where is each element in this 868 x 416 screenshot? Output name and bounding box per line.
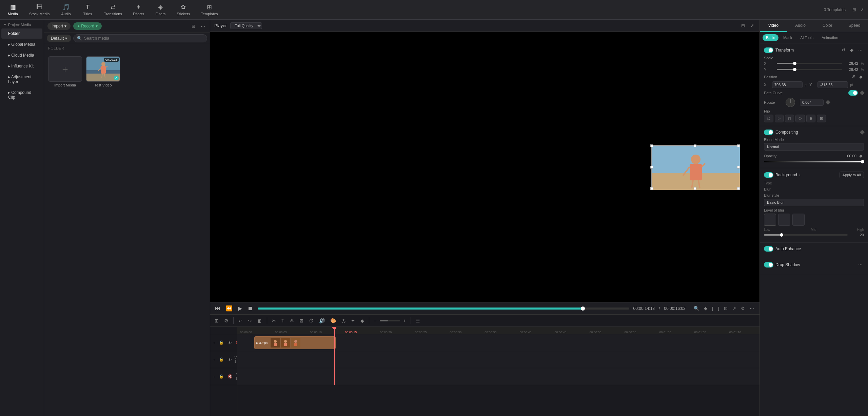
skip-back-btn[interactable]: ⏮ [214,305,221,312]
sidebar-item-adjustment-layer[interactable]: ▸ Adjustment Layer [1,72,42,87]
toolbar-stickers[interactable]: ✿ Stickers [172,1,195,18]
transform-toggle[interactable] [764,47,773,53]
selection-handle-bottom[interactable] [694,187,696,190]
toolbar-stock-media[interactable]: 🎞 Stock Media [24,2,55,18]
frame-back-btn[interactable]: ⏪ [225,305,233,312]
rotate-input[interactable] [800,99,824,106]
flip-minus-btn[interactable]: ⊖ [806,115,815,122]
selection-handle-right[interactable] [737,166,740,169]
add-track-btn[interactable]: ⊞ [213,317,220,324]
pos-y-input[interactable] [817,81,848,88]
toolbar-audio[interactable]: 🎵 Audio [56,1,76,18]
project-media-title[interactable]: ▾ Project Media [0,20,44,28]
blur-preview-3[interactable] [792,214,805,226]
more-btn[interactable]: ⋯ [199,23,206,29]
drop-shadow-toggle[interactable] [764,262,773,268]
import-btn[interactable]: Import ▾ [47,22,71,30]
opacity-keyframe-btn[interactable]: ◆ [858,153,864,159]
selection-handle-tl[interactable] [650,144,653,147]
toolbar-effects[interactable]: ✦ Effects [128,1,149,18]
flip-h-btn[interactable]: ⬠ [764,115,773,122]
zoom-in-btn[interactable]: 🔍 [692,305,701,312]
sub-tab-basic[interactable]: Basic [763,34,778,41]
toolbar-filters[interactable]: ◈ Filters [150,1,171,18]
color-btn[interactable]: 🎨 [329,317,338,324]
playhead[interactable] [334,327,335,334]
stop-btn[interactable]: ⏹ [247,305,254,312]
flip-rect-btn[interactable]: ◻ [785,115,794,122]
flip-hex-btn[interactable]: ⬠ [795,115,805,122]
speed-btn[interactable]: ⏱ [307,317,315,324]
video2-eye-btn[interactable]: 👁 [226,340,233,345]
split-btn[interactable]: ✂ [270,317,278,324]
blur-preview-2[interactable] [778,214,790,226]
rotate-dial[interactable] [786,98,795,107]
scale-x-slider[interactable] [777,63,842,64]
freeze-btn[interactable]: ❄ [288,317,296,324]
player-fullscreen-btn[interactable]: ⤢ [749,22,755,29]
ai-btn[interactable]: ✦ [349,317,357,324]
keyframe-btn[interactable]: ◆ [359,317,366,324]
audio1-add-btn[interactable]: + [212,374,216,379]
audio1-mute-btn[interactable]: 🔇 [226,374,234,379]
position-reset-btn[interactable]: ↺ [850,74,856,80]
sub-tab-animation[interactable]: Animation [818,34,842,41]
extract-btn[interactable]: ⊡ [723,305,729,312]
crop-btn[interactable]: ⊠ [298,317,305,324]
toolbar-media[interactable]: ▦ Media [3,1,23,18]
quality-select[interactable]: Full Quality [230,22,262,29]
more-player-btn[interactable]: ⋯ [748,305,755,312]
snap-btn[interactable]: ◆ [703,305,709,312]
stabilize-btn[interactable]: ◎ [340,317,347,324]
mark-in-btn[interactable]: [ [711,305,715,312]
default-view-btn[interactable]: Default ▾ [47,35,71,42]
drop-shadow-expand-btn[interactable]: ⋯ [857,261,864,268]
auto-enhance-toggle[interactable] [764,246,773,252]
video1-lock-btn[interactable]: 🔒 [218,357,225,362]
settings-player-btn[interactable]: ⚙ [739,305,746,312]
toolbar-transitions[interactable]: ⇄ Transitions [99,1,127,18]
sidebar-item-global-media[interactable]: ▸ Global Media [1,39,42,49]
transform-keyframe-btn[interactable]: ◆ [849,47,855,53]
tab-speed[interactable]: Speed [841,20,868,32]
fullscreen-btn[interactable]: ⤢ [859,6,865,13]
settings-track-btn[interactable]: ⚙ [222,317,230,324]
selection-handle-br[interactable] [737,187,740,190]
blur-slider[interactable] [764,234,848,236]
blend-mode-select[interactable]: Normal [764,143,864,151]
video2-add-btn[interactable]: + [212,340,216,345]
tab-audio[interactable]: Audio [787,20,814,32]
transform-expand-btn[interactable]: ⋯ [857,47,864,53]
flip-grid-btn[interactable]: ⊟ [817,115,826,122]
progress-thumb[interactable] [581,306,585,311]
zoom-in-tl-btn[interactable]: + [401,317,408,324]
transform-reset-btn[interactable]: ↺ [840,47,847,53]
pos-x-input[interactable] [772,81,803,88]
path-curve-toggle[interactable] [848,90,858,96]
tab-video[interactable]: Video [760,20,787,32]
progress-bar[interactable] [258,308,629,310]
record-btn[interactable]: ● Record ▾ [73,22,102,30]
audio-btn[interactable]: 🔊 [317,317,327,324]
export-btn[interactable]: ↗ [731,305,737,312]
position-keyframe-btn[interactable]: ◆ [858,74,864,80]
selection-handle-bl[interactable] [650,187,653,190]
selection-handle-left[interactable] [650,166,653,169]
sub-tab-mask[interactable]: Mask [780,34,795,41]
blur-preview-1[interactable] [764,214,776,226]
zoom-slider[interactable] [380,320,400,321]
filter-btn[interactable]: ⊟ [190,23,197,29]
background-toggle[interactable] [764,172,773,178]
sub-tab-ai-tools[interactable]: AI Tools [797,34,817,41]
selection-handle-top[interactable] [694,144,696,147]
sidebar-item-folder[interactable]: Folder [1,28,42,39]
sidebar-item-influence-kit[interactable]: ▸ Influence Kit [1,61,42,71]
apply-all-btn[interactable]: Apply to All [840,172,864,178]
list-view-btn[interactable]: ☰ [414,317,422,324]
delete-btn[interactable]: 🗑 [256,317,264,324]
text-btn[interactable]: T [280,317,286,324]
opacity-slider[interactable] [764,161,864,162]
video2-lock-btn[interactable]: 🔒 [218,340,225,345]
compositing-toggle[interactable] [764,130,773,135]
play-btn[interactable]: ▶ [237,305,243,312]
